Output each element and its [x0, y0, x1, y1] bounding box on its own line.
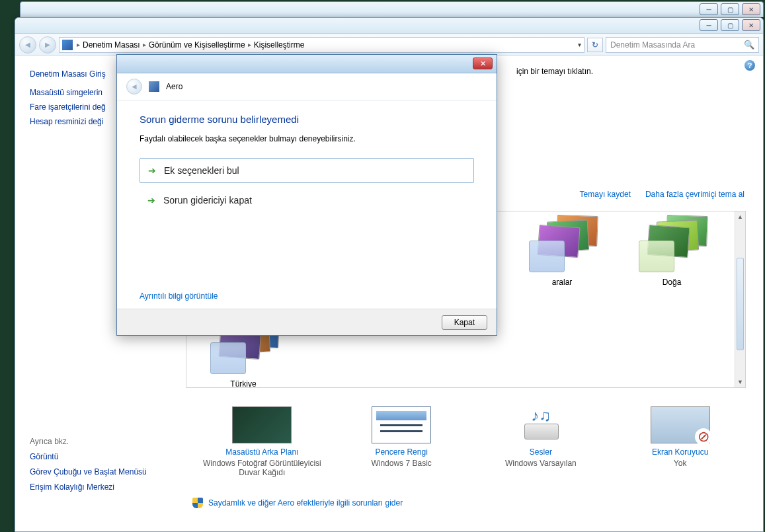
dialog-header: ◄ Aero — [117, 73, 497, 100]
scroll-down-icon[interactable]: ▼ — [735, 377, 745, 387]
shield-icon — [192, 498, 203, 508]
dialog-close-button[interactable]: ✕ — [473, 57, 493, 69]
more-themes-online-link[interactable]: Daha fazla çevrimiçi tema al — [645, 190, 745, 199]
tile-link[interactable]: Pencere Rengi — [332, 447, 471, 457]
search-placeholder: Denetim Masasında Ara — [610, 40, 695, 50]
instruction-text: için bir temayı tıklatın. — [516, 67, 593, 76]
breadcrumb[interactable]: ▸ Denetim Masası ▸ Görünüm ve Kişiselleş… — [59, 37, 584, 53]
help-icon[interactable]: ? — [745, 60, 755, 71]
screensaver-icon — [651, 406, 710, 443]
dialog-back-button[interactable]: ◄ — [126, 79, 142, 95]
theme-label: aralar — [521, 278, 603, 287]
scrollbar-thumb[interactable] — [737, 258, 744, 350]
window-color-tile[interactable]: Pencere Rengi Windows 7 Basic — [332, 406, 471, 477]
sounds-tile[interactable]: Sesler Windows Varsayılan — [471, 406, 610, 477]
save-theme-link[interactable]: Temayı kaydet — [580, 190, 631, 199]
bg-minimize-button[interactable]: ─ — [700, 3, 718, 15]
tile-sub: Yok — [611, 459, 750, 468]
close-dialog-button[interactable]: Kapat — [442, 315, 487, 330]
view-detailed-info-link[interactable]: Ayrıntılı bilgi görüntüle — [140, 291, 218, 301]
screensaver-tile[interactable]: Ekran Koruyucu Yok — [611, 406, 750, 477]
chevron-down-icon[interactable]: ▾ — [578, 41, 581, 48]
scroll-up-icon[interactable]: ▲ — [735, 211, 745, 222]
navigation-bar: ◄ ► ▸ Denetim Masası ▸ Görünüm ve Kişise… — [15, 34, 763, 56]
window-titlebar[interactable]: ─ ▢ ✕ — [15, 18, 763, 34]
aero-troubleshoot-link[interactable]: Saydamlık ve diğer Aero efektleriyle ilg… — [192, 498, 403, 508]
back-button[interactable]: ◄ — [19, 36, 36, 54]
see-also-link[interactable]: Görev Çubuğu ve Başlat Menüsü — [30, 467, 159, 476]
option-label: Sorun gidericiyi kapat — [163, 195, 252, 206]
bg-maximize-button[interactable]: ▢ — [721, 3, 739, 15]
theme-label: Doğa — [631, 278, 713, 287]
search-input[interactable]: Denetim Masasında Ara 🔍 — [606, 37, 759, 53]
arrow-right-icon: ➔ — [147, 195, 155, 206]
theme-item-doga[interactable]: Doğa — [631, 215, 713, 287]
tile-link[interactable]: Masaüstü Arka Planı — [192, 447, 331, 457]
tile-link[interactable]: Sesler — [471, 447, 610, 457]
find-additional-options-button[interactable]: ➔ Ek seçenekleri bul — [140, 158, 474, 183]
option-label: Ek seçenekleri bul — [164, 165, 239, 176]
forward-button[interactable]: ► — [39, 36, 56, 54]
search-icon: 🔍 — [744, 40, 754, 50]
arrow-right-icon: ➔ — [148, 165, 156, 176]
tile-link[interactable]: Ekran Koruyucu — [611, 447, 750, 457]
dialog-titlebar[interactable]: ✕ — [117, 55, 497, 73]
aero-troubleshooter-dialog: ✕ ◄ Aero Sorun giderme sorunu belirleyem… — [116, 54, 497, 336]
background-window: ─ ▢ ✕ — [20, 1, 764, 17]
theme-thumbnail-icon — [526, 215, 598, 272]
dialog-app-name: Aero — [166, 82, 182, 91]
dialog-heading: Sorun giderme sorunu belirleyemedi — [140, 114, 474, 125]
sounds-icon — [511, 406, 571, 443]
close-troubleshooter-button[interactable]: ➔ Sorun gidericiyi kapat — [140, 188, 474, 212]
theme-item-aralar[interactable]: aralar — [521, 215, 603, 287]
tile-sub: Windows 7 Basic — [332, 459, 471, 468]
theme-thumbnail-icon — [636, 215, 707, 272]
control-panel-icon — [62, 40, 73, 50]
tile-sub: Windows Fotoğraf Görüntüleyicisi Duvar K… — [192, 459, 331, 477]
minimize-button[interactable]: ─ — [700, 19, 718, 31]
refresh-button[interactable]: ↻ — [587, 38, 603, 52]
theme-label: Türkiye — [202, 379, 284, 388]
scrollbar[interactable]: ▲ ▼ — [735, 211, 745, 387]
aero-troubleshoot-label: Saydamlık ve diğer Aero efektleriyle ilg… — [208, 498, 403, 508]
see-also-link[interactable]: Görüntü — [30, 452, 159, 461]
dialog-footer: Kapat — [117, 309, 497, 335]
window-color-icon — [372, 406, 431, 443]
dialog-subtext: Faydalı olabilecek başka seçenekler bulm… — [140, 134, 474, 143]
aero-app-icon — [149, 81, 159, 92]
close-button[interactable]: ✕ — [742, 19, 760, 31]
tile-sub: Windows Varsayılan — [471, 459, 610, 468]
desktop-background-icon — [232, 406, 292, 443]
breadcrumb-seg-1[interactable]: Denetim Masası — [80, 40, 143, 50]
see-also-header: Ayrıca bkz. — [30, 437, 159, 446]
maximize-button[interactable]: ▢ — [721, 19, 739, 31]
bg-close-button[interactable]: ✕ — [742, 3, 760, 15]
breadcrumb-seg-3[interactable]: Kişiselleştirme — [251, 40, 307, 50]
see-also-link[interactable]: Erişim Kolaylığı Merkezi — [30, 482, 159, 492]
breadcrumb-seg-2[interactable]: Görünüm ve Kişiselleştirme — [146, 40, 248, 50]
desktop-background-tile[interactable]: Masaüstü Arka Planı Windows Fotoğraf Gör… — [192, 406, 331, 477]
